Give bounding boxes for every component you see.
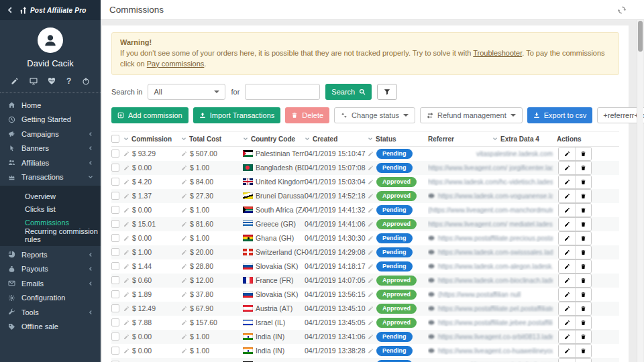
sidebar-item-offline-sale[interactable]: Offline sale (0, 320, 101, 335)
delete-button[interactable]: Delete (285, 107, 329, 123)
edit-row-button[interactable] (559, 162, 575, 174)
status-badge[interactable]: Approved (376, 177, 417, 187)
delete-row-button[interactable] (575, 359, 591, 362)
edit-status-icon[interactable] (368, 334, 374, 340)
edit-row-button[interactable] (559, 330, 575, 343)
edit-status-icon[interactable] (368, 221, 374, 227)
sidebar-item-getting-started[interactable]: Getting Started (0, 113, 101, 127)
status-badge[interactable]: Approved (376, 318, 417, 328)
edit-total-cost-icon[interactable] (181, 320, 187, 326)
sidebar-subitem-recurring-rules[interactable]: Recurring commission rules (0, 229, 101, 243)
status-badge[interactable]: Pending (376, 332, 413, 342)
sidebar-item-banners[interactable]: Banners (0, 141, 101, 156)
edit-row-button[interactable] (559, 316, 575, 329)
edit-row-button[interactable] (559, 359, 575, 362)
delete-row-button[interactable] (575, 162, 591, 174)
search-input[interactable] (245, 84, 320, 100)
header-extra-data[interactable]: Extra Data 4 (492, 135, 557, 143)
change-status-button[interactable]: Change status (334, 107, 415, 123)
add-commission-button[interactable]: Add commission (111, 107, 189, 123)
delete-row-button[interactable] (575, 345, 591, 357)
edit-total-cost-icon[interactable] (181, 207, 187, 213)
edit-total-cost-icon[interactable] (181, 151, 187, 157)
edit-total-cost-icon[interactable] (181, 263, 187, 269)
edit-row-button[interactable] (559, 176, 575, 188)
edit-total-cost-icon[interactable] (181, 165, 187, 171)
delete-row-button[interactable] (575, 330, 591, 343)
status-badge[interactable]: Approved (376, 191, 417, 201)
edit-row-button[interactable] (559, 345, 575, 357)
status-badge[interactable]: Approved (376, 290, 417, 300)
sidebar-item-configuration[interactable]: Configuration (0, 291, 101, 306)
edit-status-icon[interactable] (368, 151, 374, 157)
edit-row-button[interactable] (559, 246, 575, 259)
pay-commissions-link[interactable]: Pay commissions (147, 60, 205, 68)
edit-commission-icon[interactable] (123, 320, 129, 326)
edit-status-icon[interactable] (368, 249, 374, 255)
search-scope-select[interactable]: All (148, 84, 225, 100)
row-checkbox[interactable] (111, 164, 119, 172)
sidebar-item-affiliates[interactable]: Affiliates (0, 156, 101, 170)
row-checkbox[interactable] (111, 333, 119, 341)
edit-status-icon[interactable] (368, 179, 374, 185)
header-created[interactable]: Created (305, 135, 368, 143)
import-transactions-button[interactable]: Import Transactions (193, 107, 281, 123)
status-badge[interactable]: Pending (376, 261, 413, 272)
edit-status-icon[interactable] (368, 263, 374, 269)
header-total-cost[interactable]: Total Cost (181, 135, 243, 143)
status-badge[interactable]: Approved (376, 219, 417, 229)
edit-commission-icon[interactable] (123, 278, 129, 284)
edit-total-cost-icon[interactable] (181, 221, 187, 227)
row-checkbox[interactable] (111, 304, 119, 312)
edit-total-cost-icon[interactable] (181, 278, 187, 284)
edit-row-button[interactable] (559, 302, 575, 315)
edit-status-icon[interactable] (368, 348, 374, 354)
edit-commission-icon[interactable] (123, 306, 129, 312)
edit-total-cost-icon[interactable] (181, 193, 187, 199)
vertical-scrollbar[interactable] (637, 20, 643, 362)
export-csv-button[interactable]: Export to csv (527, 107, 593, 123)
edit-row-button[interactable] (559, 147, 575, 160)
status-badge[interactable]: Pending (376, 233, 413, 243)
edit-commission-icon[interactable] (123, 235, 129, 241)
edit-row-button[interactable] (559, 204, 575, 217)
row-checkbox[interactable] (111, 290, 119, 298)
row-checkbox[interactable] (111, 318, 119, 326)
row-checkbox[interactable] (111, 220, 119, 228)
header-status[interactable]: Status (368, 135, 428, 143)
sidebar-item-campaigns[interactable]: Campaigns (0, 127, 101, 141)
delete-row-button[interactable] (575, 147, 591, 160)
edit-status-icon[interactable] (368, 306, 374, 312)
row-checkbox[interactable] (111, 276, 119, 284)
delete-row-button[interactable] (575, 288, 591, 301)
edit-row-button[interactable] (559, 274, 575, 287)
row-checkbox[interactable] (111, 262, 119, 270)
edit-commission-icon[interactable] (123, 221, 129, 227)
edit-commission-icon[interactable] (123, 193, 129, 199)
edit-commission-icon[interactable] (123, 334, 129, 340)
edit-commission-icon[interactable] (123, 207, 129, 213)
edit-row-button[interactable] (559, 218, 575, 231)
refund-management-button[interactable]: Refund management (420, 107, 523, 123)
edit-row-button[interactable] (559, 260, 575, 273)
status-badge[interactable]: Pending (376, 247, 413, 257)
sidebar-item-home[interactable]: Home (0, 98, 101, 113)
edit-row-button[interactable] (559, 232, 575, 245)
edit-commission-icon[interactable] (123, 165, 129, 171)
edit-status-icon[interactable] (368, 292, 374, 298)
row-checkbox[interactable] (111, 206, 119, 214)
scrollbar-thumb[interactable] (638, 21, 643, 52)
delete-row-button[interactable] (575, 260, 591, 273)
edit-commission-icon[interactable] (123, 179, 129, 185)
delete-row-button[interactable] (575, 218, 591, 231)
edit-commission-icon[interactable] (123, 263, 129, 269)
app-logo[interactable]: Post Affiliate Pro (19, 6, 87, 15)
status-badge[interactable]: Pending (376, 205, 413, 215)
delete-row-button[interactable] (575, 190, 591, 202)
edit-commission-icon[interactable] (123, 151, 129, 157)
delete-row-button[interactable] (575, 246, 591, 259)
delete-row-button[interactable] (575, 316, 591, 329)
row-checkbox[interactable] (111, 192, 119, 200)
delete-row-button[interactable] (575, 302, 591, 315)
edit-status-icon[interactable] (368, 207, 374, 213)
